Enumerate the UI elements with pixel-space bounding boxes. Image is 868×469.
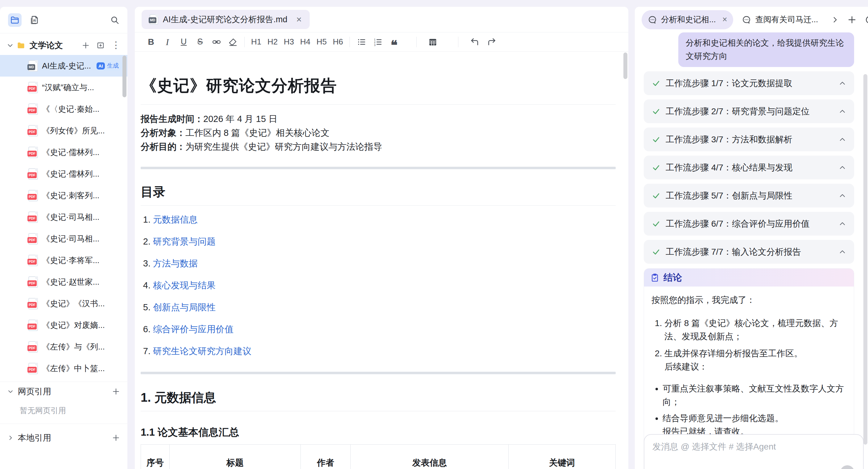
workflow-step-card[interactable]: 工作流步骤 2/7：研究背景与问题定位 (644, 99, 854, 123)
bold-button[interactable]: B (143, 35, 159, 49)
file-row[interactable]: PDF《左传》中卜筮... (0, 357, 127, 379)
pdf-file-icon: PDF (28, 233, 38, 244)
italic-button[interactable]: I (159, 35, 176, 49)
editor-panel: MD AI生成-史记研究论文分析报告.md × B I U S H1 H2 H3… (135, 7, 628, 469)
conclusion-title: 结论 (663, 271, 682, 284)
workflow-step-card[interactable]: 工作流步骤 7/7：输入论文分析报告 (644, 240, 854, 264)
workflow-step-card[interactable]: 工作流步骤 1/7：论文元数据提取 (644, 71, 854, 95)
heading3-button[interactable]: H3 (281, 35, 297, 49)
new-chat-button[interactable] (847, 15, 857, 24)
message-input[interactable] (652, 441, 855, 469)
thick-divider (141, 167, 616, 169)
add-file-button[interactable] (82, 41, 90, 50)
chevron-up-icon[interactable] (839, 108, 846, 115)
message-input-box[interactable] (644, 434, 864, 469)
chevron-up-icon[interactable] (839, 248, 846, 256)
local-references-label: 本地引用 (18, 432, 51, 443)
editor-scrollbar[interactable] (623, 53, 627, 79)
chat-tab-active[interactable]: 分析和史记相... × (642, 10, 733, 29)
file-row[interactable]: PDF《史记·儒林列... (0, 141, 127, 163)
chat-icon (648, 15, 657, 24)
check-icon (652, 247, 660, 256)
search-button[interactable] (110, 16, 119, 25)
chat-tab-bar: 分析和史记相... × 查阅有关司马迁... (635, 7, 868, 32)
clear-format-button[interactable] (224, 35, 241, 49)
chat-tab[interactable]: 查阅有关司马迁... (742, 14, 818, 25)
link-button[interactable] (208, 35, 224, 49)
file-row[interactable]: PDF《史记·儒林列... (0, 163, 127, 185)
chevron-up-icon[interactable] (839, 136, 846, 143)
editor-tab[interactable]: MD AI生成-史记研究论文分析报告.md × (142, 10, 310, 29)
close-icon[interactable]: × (722, 16, 727, 24)
local-references-section[interactable]: 本地引用 (0, 428, 127, 447)
file-row[interactable]: PDF《史记·司马相... (0, 228, 127, 250)
bullet-list-button[interactable] (353, 35, 370, 49)
add-web-reference-button[interactable] (112, 387, 120, 395)
heading5-button[interactable]: H5 (313, 35, 330, 49)
ordered-list-button[interactable]: 123 (370, 35, 386, 49)
chevron-up-icon[interactable] (839, 220, 846, 228)
undo-button[interactable] (467, 35, 483, 49)
heading1-button[interactable]: H1 (248, 35, 265, 49)
pdf-file-icon: PDF (28, 255, 38, 266)
conclusion-card: 结论 按照您的指示，我完成了： 分析 8 篇《史记》核心论文，梳理元数据、方法、… (644, 268, 854, 463)
chevron-up-icon[interactable] (839, 192, 846, 200)
file-row[interactable]: PDF《列女传》所见... (0, 120, 127, 141)
heading6-button[interactable]: H6 (330, 35, 346, 49)
heading2-button[interactable]: H2 (265, 35, 281, 49)
web-references-label: 网页引用 (18, 386, 51, 397)
pdf-file-icon: PDF (28, 190, 38, 201)
blockquote-button[interactable]: ❝ (386, 35, 402, 49)
pdf-file-icon: PDF (28, 168, 38, 180)
document-title: 《史记》研究论文分析报告 (141, 75, 616, 97)
chevron-up-icon[interactable] (839, 164, 846, 171)
insert-table-button[interactable] (425, 35, 441, 49)
file-row[interactable]: MD AI生成-史记... AI 生成 (0, 55, 127, 77)
meta-line: 分析目的：为研究生提供《史记》研究方向建议与方法论指导 (141, 140, 616, 154)
tab-overflow-button[interactable] (831, 16, 839, 24)
file-row[interactable]: PDF《史记·刺客列... (0, 185, 127, 206)
meta-line: 分析对象：工作区内 8 篇《史记》相关核心论文 (141, 126, 616, 140)
file-row[interactable]: PDF《左传》与《列... (0, 336, 127, 357)
history-button[interactable] (865, 15, 868, 24)
add-local-reference-button[interactable] (112, 434, 120, 442)
add-folder-button[interactable] (97, 41, 104, 50)
pdf-file-icon: PDF (28, 298, 38, 310)
ai-docs-tab-button[interactable]: AI (30, 15, 39, 25)
file-row[interactable]: PDF《史记·司马相... (0, 206, 127, 228)
web-references-section[interactable]: 网页引用 (0, 382, 127, 401)
folder-row-literature[interactable]: 文学论文 ⋮ (0, 36, 127, 55)
user-message-bubble: 分析和史记相关的论文，给我提供研究生论文研究方向 (678, 32, 854, 67)
file-row[interactable]: PDF《史记·赵世家... (0, 271, 127, 293)
folder-menu-button[interactable]: ⋮ (111, 42, 121, 50)
chat-tab-label: 分析和史记相... (661, 14, 716, 25)
redo-button[interactable] (483, 35, 499, 49)
thick-divider (141, 372, 616, 374)
files-tab-button[interactable] (8, 13, 22, 27)
link-icon (212, 37, 221, 47)
list-item: 分析 8 篇《史记》核心论文，梳理元数据、方法、发现及创新点； (664, 317, 846, 343)
workflow-step-card[interactable]: 工作流步骤 4/7：核心结果与发现 (644, 156, 854, 179)
ai-doc-icon: AI (30, 15, 39, 25)
chat-scrollbar[interactable] (863, 74, 867, 445)
chevron-down-icon[interactable] (7, 388, 13, 394)
file-row[interactable]: PDF“汉赋”确立与... (0, 77, 127, 98)
file-list: MD AI生成-史记... AI 生成 PDF“汉赋”确立与... PDF《〈史… (0, 55, 127, 379)
document-body[interactable]: 《史记》研究论文分析报告 报告生成时间：2026 年 4 月 15 日 分析对象… (135, 75, 628, 469)
close-icon[interactable]: × (297, 15, 302, 24)
file-row[interactable]: PDF《史记》对废嫡... (0, 314, 127, 336)
underline-button[interactable]: U (176, 35, 192, 49)
chevron-right-icon[interactable] (7, 435, 13, 441)
heading4-button[interactable]: H4 (297, 35, 313, 49)
sidebar-scrollbar[interactable] (122, 56, 126, 97)
file-row[interactable]: PDF《史记·李将军... (0, 250, 127, 271)
pdf-file-icon: PDF (28, 341, 38, 353)
chevron-up-icon[interactable] (839, 80, 846, 87)
chevron-down-icon[interactable] (7, 42, 13, 49)
workflow-step-card[interactable]: 工作流步骤 6/7：综合评价与应用价值 (644, 212, 854, 236)
strikethrough-button[interactable]: S (192, 35, 208, 49)
file-row[interactable]: PDF《〈史记·秦始... (0, 98, 127, 120)
file-row[interactable]: PDF《史记》《汉书... (0, 293, 127, 314)
workflow-step-card[interactable]: 工作流步骤 3/7：方法和数据解析 (644, 127, 854, 151)
workflow-step-card[interactable]: 工作流步骤 5/7：创新点与局限性 (644, 184, 854, 207)
